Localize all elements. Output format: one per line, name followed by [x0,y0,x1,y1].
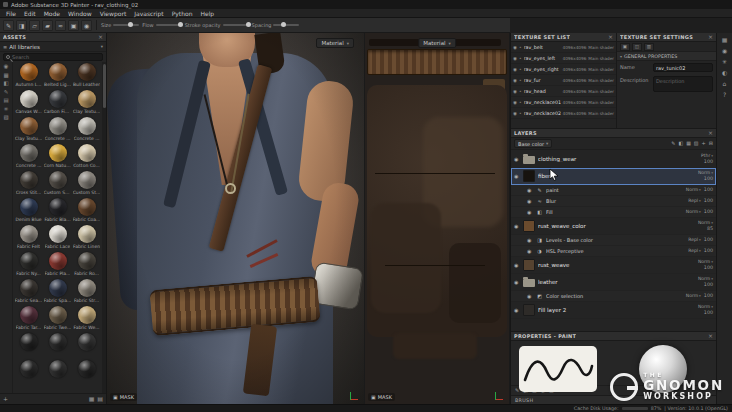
close-icon[interactable]: × [708,130,713,136]
camera-settings-icon[interactable]: ◉ [722,48,727,54]
library-filter-dropdown[interactable]: ≡ All libraries ▾ [0,42,106,52]
layer-row[interactable]: ◉ ≈ Blur Repl▾ 100 [511,196,716,207]
layer-row[interactable]: ◉ rust_weave_color Norm▾ 85 [511,218,716,235]
layer-row[interactable]: ◉ ◩ Color selection Norm▾ 100 [511,291,716,302]
asset-item[interactable]: Fabric Lace [43,225,72,252]
asset-item[interactable]: Fabric Str... [72,279,101,306]
visibility-toggle-icon[interactable]: ◉ [527,209,533,215]
layer-opacity-value[interactable]: 100 [704,310,713,316]
layer-row[interactable]: ◉ leather Norm▾ 100 [511,274,716,291]
asset-item[interactable]: Concrete ... [72,117,101,144]
layer-opacity-value[interactable]: 100 [704,282,713,288]
layer-row[interactable]: ◉ clothing_wear Pthr▾ 100 [511,151,716,168]
toolbar-slider[interactable]: Spacing [252,22,300,28]
layer-name[interactable]: rust_weave [538,262,695,268]
visibility-toggle-icon[interactable]: ◉ [527,237,533,243]
asset-item[interactable]: Belted Lig... [43,63,72,90]
visibility-toggle-icon[interactable]: ◉ [527,293,533,299]
add-folder-icon[interactable]: ▨ [694,141,699,146]
paint-tool-button[interactable]: ✎ [3,20,14,31]
eye-icon[interactable]: ◉ [513,67,517,72]
asset-item[interactable]: Fabric Bla... [43,198,72,225]
layer-opacity-value[interactable]: 100 [704,176,713,182]
slider-knob[interactable] [281,22,286,27]
blend-mode-dropdown[interactable]: Repl▾ [688,237,701,243]
category-filters-icon[interactable]: ✳ [4,107,9,113]
asset-item[interactable]: Fabric Coa... [72,198,101,225]
asset-item[interactable]: Corn Natural [43,144,72,171]
visibility-toggle-icon[interactable]: ◉ [514,279,520,285]
layer-opacity-value[interactable]: 100 [704,265,713,271]
asset-item[interactable]: Custom Sp... [43,171,72,198]
blend-mode-dropdown[interactable]: Repl▾ [688,248,701,254]
asset-item[interactable]: Fabric Tar... [14,306,43,333]
menu-item[interactable]: File [2,10,20,17]
asset-item[interactable]: Fabric Ny... [14,252,43,279]
texture-set-row[interactable]: ◉ • rav_necklace01 4096x4096 Main shader [511,97,616,108]
eye-icon[interactable]: ◉ [513,89,517,94]
asset-item[interactable]: Fabric Pla... [43,252,72,279]
polygon-fill-tool-button[interactable]: ▰ [42,20,53,31]
menu-item[interactable]: Edit [20,10,40,17]
layer-name[interactable]: clothing_wear [538,156,698,162]
asset-item[interactable]: Fabric Ro... [72,252,101,279]
channel-selector-dropdown[interactable]: Base color ▾ [514,139,552,148]
layer-opacity-value[interactable]: 100 [704,187,713,193]
shading-mode-dropdown[interactable]: Material ▾ [316,38,354,48]
add-asset-icon[interactable]: + [3,396,8,402]
asset-item[interactable]: Clay Textu... [72,90,101,117]
category-materials-icon[interactable]: ◉ [4,64,9,70]
layer-opacity-value[interactable]: 100 [704,248,713,254]
toolbar-slider[interactable]: Flow [142,22,181,28]
smudge-tool-button[interactable]: ≈ [55,20,66,31]
asset-item[interactable]: Cotton Co... [72,144,101,171]
slider-track[interactable] [156,24,182,26]
delete-layer-icon[interactable]: ⊟ [709,141,713,146]
help-icon[interactable]: ? [723,92,726,98]
eye-icon[interactable]: ◉ [513,111,517,116]
asset-item[interactable]: Fabric Spa... [43,279,72,306]
layer-opacity-value[interactable]: 100 [704,237,713,243]
texture-set-row[interactable]: ◉ • rav_eyes_right 4096x4096 Main shader [511,64,616,75]
close-icon[interactable]: × [708,333,713,339]
add-paint-effect-icon[interactable]: ✎ [671,141,675,146]
dock-toggle-icon[interactable]: ▦ [722,37,728,43]
asset-item[interactable] [43,360,72,387]
visibility-toggle-icon[interactable]: ◉ [527,187,533,193]
menu-item[interactable]: Help [196,10,218,17]
texture-set-row[interactable]: ◉ • rav_belt 4096x4096 Main shader [511,42,616,53]
layer-thumbnail[interactable] [523,220,535,232]
layer-opacity-value[interactable]: 85 [707,226,713,232]
blend-mode-dropdown[interactable]: Norm▾ [686,209,701,215]
visibility-toggle-icon[interactable]: ◉ [514,156,520,162]
eye-icon[interactable]: ◉ [513,45,517,50]
menu-item[interactable]: Window [64,10,96,17]
settings-tab-icon[interactable]: ◫ [632,43,642,51]
menu-item[interactable]: Javascript [130,10,167,17]
display-settings-icon[interactable]: ◐ [722,70,727,76]
asset-item[interactable]: Cross Stit... [14,171,43,198]
layer-name[interactable]: fibers [538,173,695,179]
clone-tool-button[interactable]: ▣ [68,20,79,31]
layer-row[interactable]: ◉ ◑ HSL Perceptive Repl▾ 100 [511,246,716,257]
layer-opacity-value[interactable]: 100 [704,198,713,204]
asset-item[interactable]: Fabric Felt [14,225,43,252]
slider-knob[interactable] [128,22,133,27]
layer-opacity-value[interactable]: 100 [704,209,713,215]
layer-name[interactable]: Blur [546,198,685,204]
texture-set-row[interactable]: ◉ • rav_fur 4096x4096 Main shader [511,75,616,86]
category-smart-materials-icon[interactable]: ▦ [3,73,8,79]
menu-item[interactable]: Mode [40,10,64,17]
blend-mode-dropdown[interactable]: Norm▾ [686,293,701,299]
category-textures-icon[interactable]: ▤ [3,98,8,104]
layer-name[interactable]: Fill layer 2 [538,307,695,313]
layer-opacity-value[interactable]: 100 [704,293,713,299]
category-shelf-icon[interactable]: ▨ [3,115,8,121]
asset-item[interactable]: Denim Blue [14,198,43,225]
scrollbar-thumb[interactable] [103,64,106,108]
mask-indicator[interactable]: ▣ MASK [368,393,395,401]
add-fill-layer-icon[interactable]: ◧ [678,141,683,146]
close-icon[interactable]: × [98,34,103,40]
layer-name[interactable]: leather [538,279,695,285]
texture-set-row[interactable]: ◉ • rav_necklace02 4096x4096 Main shader [511,108,616,119]
